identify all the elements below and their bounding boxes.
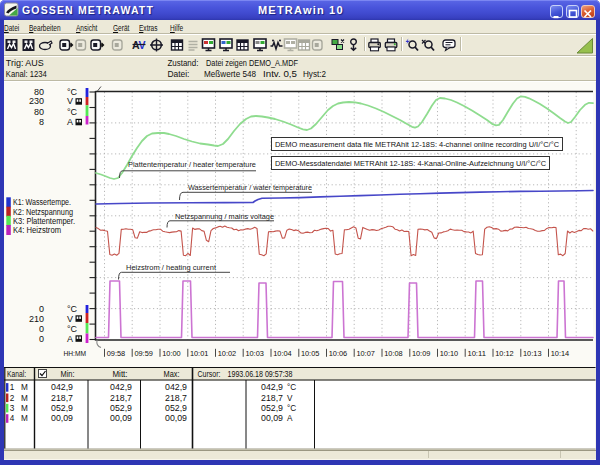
svg-text:00,09: 00,09 [110,414,132,423]
svg-text:10:14: 10:14 [551,349,570,358]
svg-text:DEMO measurement data file MET: DEMO measurement data file METRAhit 12-1… [275,140,560,149]
svg-text:0: 0 [39,304,44,314]
svg-text:09:59: 09:59 [134,349,153,358]
svg-text:10:09: 10:09 [412,349,431,358]
svg-text:052,9: 052,9 [110,404,132,413]
svg-text:°C: °C [287,383,296,392]
svg-text:10:06: 10:06 [329,349,348,358]
svg-text:80: 80 [34,107,44,117]
svg-text:A: A [67,117,73,127]
svg-text:Kanal: 1234: Kanal: 1234 [6,70,47,79]
svg-text:10:08: 10:08 [384,349,403,358]
svg-text:Cursor:: Cursor: [198,370,221,379]
svg-text:8: 8 [39,117,44,127]
svg-text:00,09: 00,09 [165,414,187,423]
svg-text:1: 1 [10,383,15,392]
svg-text:V: V [67,96,73,106]
svg-text:M: M [21,404,28,413]
svg-text:Datei zeigen DEMO_A.MDF: Datei zeigen DEMO_A.MDF [206,59,298,68]
svg-text:10:12: 10:12 [495,349,514,358]
svg-text:Kanal:: Kanal: [7,370,26,379]
svg-text:M: M [21,383,28,392]
svg-text:052,9: 052,9 [261,404,283,413]
svg-text:0: 0 [39,334,44,344]
svg-text:Hyst:2: Hyst:2 [303,70,326,79]
svg-text:1993.06.18 09:57:38: 1993.06.18 09:57:38 [228,370,293,379]
svg-text:218,7: 218,7 [51,394,73,403]
svg-text:2: 2 [10,394,15,403]
svg-text:Max:: Max: [164,370,180,379]
svg-text:°C: °C [67,324,78,334]
svg-text:210: 210 [29,314,44,324]
svg-text:042,9: 042,9 [165,383,187,392]
svg-text:Heizstrom / heating current: Heizstrom / heating current [126,263,217,272]
svg-text:M: M [21,414,28,423]
svg-text:00,09: 00,09 [261,414,283,423]
svg-text:10:03: 10:03 [245,349,264,358]
svg-text:09:58: 09:58 [107,349,126,358]
svg-text:°C: °C [67,107,78,117]
svg-text:10:11: 10:11 [467,349,486,358]
svg-text:Trig: AUS: Trig: AUS [6,59,45,68]
svg-text:10:02: 10:02 [218,349,237,358]
svg-text:218,7: 218,7 [165,394,187,403]
svg-text:Mitt:: Mitt: [113,370,128,379]
svg-text:Min:: Min: [61,370,75,379]
svg-text:Datei:: Datei: [167,70,189,79]
svg-text:10:04: 10:04 [273,349,292,358]
svg-text:0: 0 [39,324,44,334]
svg-text:052,9: 052,9 [51,404,73,413]
svg-text:A: A [287,414,293,423]
svg-text:M: M [21,394,28,403]
svg-text:10:07: 10:07 [356,349,375,358]
svg-text:HH:MM: HH:MM [64,349,87,358]
svg-text:Wassertemperatur / water tempe: Wassertemperatur / water temperature [188,183,312,192]
svg-text:10:00: 10:00 [162,349,181,358]
svg-text:10:10: 10:10 [440,349,459,358]
svg-text:00,09: 00,09 [51,414,73,423]
svg-text:10:05: 10:05 [301,349,320,358]
svg-text:K4: Heizstrom: K4: Heizstrom [13,225,61,235]
svg-text:042,9: 042,9 [261,383,283,392]
svg-text:V: V [287,394,293,403]
svg-text:10:13: 10:13 [523,349,542,358]
svg-text:Netzspannung / mains voltage: Netzspannung / mains voltage [175,212,274,221]
svg-text:Zustand:: Zustand: [167,59,198,68]
svg-text:218,7: 218,7 [110,394,132,403]
svg-text:Plattentemperatur / heater tem: Plattentemperatur / heater temperature [128,160,256,169]
svg-text:042,9: 042,9 [110,383,132,392]
svg-text:052,9: 052,9 [165,404,187,413]
svg-text:4: 4 [10,414,15,423]
svg-text:Meßwerte 548: Meßwerte 548 [204,70,256,79]
svg-text:A: A [67,334,73,344]
svg-text:042,9: 042,9 [51,383,73,392]
svg-text:°C: °C [67,304,78,314]
svg-text:3: 3 [10,404,15,413]
svg-text:230: 230 [29,96,44,106]
svg-text:10:01: 10:01 [190,349,209,358]
svg-text:V: V [67,314,73,324]
svg-text:°C: °C [287,404,296,413]
svg-text:218,7: 218,7 [261,394,283,403]
svg-text:DEMO-Messdatendatei METRAhit 1: DEMO-Messdatendatei METRAhit 12-18S: 4-K… [275,159,546,168]
svg-text:Intv. 0,5: Intv. 0,5 [263,70,298,79]
